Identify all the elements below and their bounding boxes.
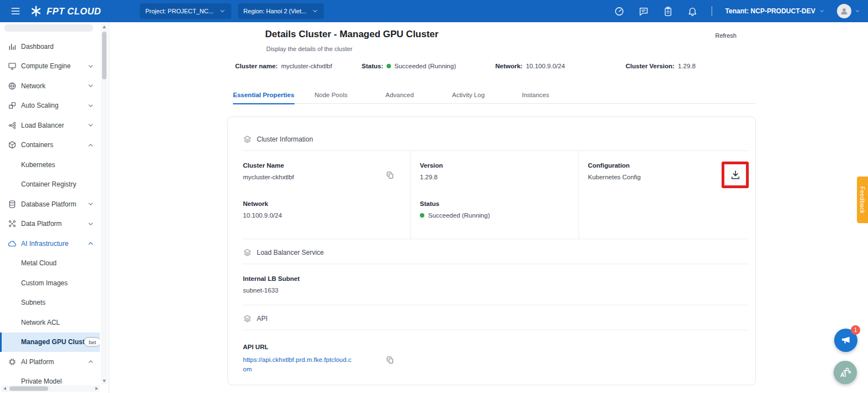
usage-gauge-button[interactable]: [611, 2, 628, 20]
scroll-right-button[interactable]: [93, 385, 100, 392]
chevron-down-icon: [87, 63, 94, 70]
fpt-logo-icon: [30, 5, 42, 17]
clipboard-icon: [663, 6, 673, 17]
sidebar-item-data-platform[interactable]: Data Platform: [0, 214, 100, 234]
sidebar-item-label: Data Platform: [21, 220, 62, 228]
app: { "colors": { "topbar_blue": "#1465BF", …: [0, 0, 868, 393]
sidebar-horizontal-scrollbar[interactable]: [1, 385, 100, 392]
support-chat-button[interactable]: [635, 2, 653, 20]
sidebar-item-kubernetes[interactable]: Kubernetes: [0, 155, 100, 175]
sidebar-item-label: Database Platform: [21, 200, 76, 208]
sidebar-item-label: Auto Scaling: [21, 102, 58, 109]
sidebar-item-subnets[interactable]: Subnets: [0, 293, 100, 313]
summary-status: Status: Succeeded (Running): [362, 63, 456, 69]
sidebar-item-label: Dashboard: [21, 43, 54, 51]
feedback-tab[interactable]: Feedback: [857, 177, 868, 223]
section-title: Cluster Information: [257, 135, 313, 143]
scroll-up-button[interactable]: [101, 23, 108, 30]
sidebar-item-label: Subnets: [21, 299, 45, 306]
sidebar-item-ai-infrastructure[interactable]: AI Infrastructure: [0, 234, 100, 254]
hamburger-icon: [10, 6, 21, 17]
section-cluster-information: Cluster Information: [243, 135, 748, 151]
details-card: Cluster Information Cluster Name myclust…: [227, 117, 756, 385]
copy-api-url-button[interactable]: [386, 356, 394, 366]
field-cluster-name: Cluster Name mycluster-ckhxtlbf: [243, 151, 411, 189]
sidebar-item-network-acl[interactable]: Network ACL: [0, 313, 100, 332]
field-value: 1.29.8: [420, 174, 570, 180]
region-selector[interactable]: Region: Hanoi 2 (Viet...: [238, 3, 324, 19]
tenant-selector[interactable]: Tenant: NCP-PRODUCT-DEV: [722, 7, 828, 16]
sidebar-partial-item: [4, 24, 93, 32]
sidebar-item-label: Network ACL: [21, 319, 60, 326]
chevron-down-icon: [87, 82, 94, 89]
sidebar-item-ai-platform[interactable]: AI Platform: [0, 352, 100, 372]
sidebar-item-load-balancer[interactable]: Load Balancer: [0, 115, 100, 135]
sidebar-item-compute-engine[interactable]: Compute Engine: [0, 57, 100, 77]
tab-essential-properties[interactable]: Essential Properties: [233, 86, 295, 104]
field-value: subnet-1633: [243, 287, 748, 294]
sidebar-item-metal-cloud[interactable]: Metal Cloud: [0, 254, 100, 274]
chevron-up-icon: [87, 142, 94, 149]
sidebar-vertical-scrollbar[interactable]: [101, 23, 108, 384]
notifications-button[interactable]: [684, 2, 702, 20]
sidebar-item-auto-scaling[interactable]: Auto Scaling: [0, 96, 100, 116]
chevron-down-icon: [219, 8, 226, 14]
horizontal-scrollbar-thumb[interactable]: [9, 386, 48, 391]
summary-label: Status:: [362, 63, 383, 69]
data-platform-icon: [8, 219, 17, 228]
field-value: Kubernetes Config: [588, 174, 739, 180]
summary-label: Network:: [495, 63, 522, 69]
scroll-left-button[interactable]: [1, 385, 8, 392]
chevron-down-icon: [855, 8, 860, 14]
sidebar-item-container-registry[interactable]: Container Registry: [0, 175, 100, 195]
main-content: Details Cluster - Managed GPU Cluster Di…: [109, 22, 868, 393]
project-selector[interactable]: Project: PROJECT_NC...: [140, 3, 231, 19]
sidebar-item-label: AI Platform: [21, 358, 54, 366]
compute-engine-icon: [8, 62, 17, 70]
section-title: Load Balancer Service: [257, 249, 324, 256]
vertical-scrollbar-thumb[interactable]: [102, 32, 106, 79]
sidebar-item-label: Compute Engine: [21, 62, 70, 70]
sidebar-item-managed-gpu-cluster[interactable]: Managed GPU Cluster bet: [0, 332, 100, 352]
tab-activity-log[interactable]: Activity Log: [452, 86, 485, 104]
menu-button[interactable]: [8, 3, 23, 19]
chevron-down-icon: [87, 102, 94, 109]
avatar-menu[interactable]: [837, 4, 860, 18]
gauge-icon: [614, 6, 625, 17]
tab-label: Instances: [522, 92, 549, 98]
brand-logo[interactable]: FPT CLOUD: [30, 5, 119, 17]
sidebar-item-dashboard[interactable]: Dashboard: [0, 37, 100, 57]
field-value: 10.100.9.0/24: [243, 212, 402, 219]
sidebar-item-label: Metal Cloud: [21, 259, 57, 267]
field-internal-lb-subnet: Internal LB Subnet subnet-1633: [243, 264, 748, 305]
status-dot: [387, 64, 391, 68]
sidebar-item-custom-images[interactable]: Custom Images: [0, 273, 100, 293]
summary-network: Network: 10.100.9.0/24: [495, 63, 565, 69]
field-label: Internal LB Subnet: [243, 275, 748, 282]
sidebar-item-database-platform[interactable]: Database Platform: [0, 194, 100, 214]
refresh-button[interactable]: Refresh: [712, 32, 740, 39]
ai-assistant-fab[interactable]: [834, 361, 857, 384]
sidebar-item-label: Managed GPU Cluster: [21, 338, 91, 346]
tasks-button[interactable]: [659, 2, 677, 20]
cluster-summary: Cluster name: mycluster-ckhxtlbf Status:…: [235, 63, 868, 73]
megaphone-icon: [840, 335, 851, 346]
status-dot: [420, 213, 424, 218]
sidebar-item-private-model[interactable]: Private Model: [0, 372, 100, 386]
tab-node-pools[interactable]: Node Pools: [314, 86, 347, 104]
containers-icon: [8, 140, 17, 149]
sidebar-nav: Dashboard Compute Engine Network Auto Sc…: [0, 22, 100, 385]
sidebar-item-containers[interactable]: Containers: [0, 135, 100, 155]
copy-cluster-name-button[interactable]: [386, 171, 394, 181]
tab-instances[interactable]: Instances: [522, 86, 549, 104]
summary-value: 1.29.8: [678, 63, 696, 69]
field-api-url: API URL https://api.ckhxtlbf.prd.m.fke.f…: [243, 330, 748, 386]
section-title: API: [257, 315, 267, 323]
field-value: Succeeded (Running): [428, 212, 490, 219]
notification-badge: 1: [851, 325, 860, 335]
scroll-down-button[interactable]: [101, 377, 108, 384]
sidebar-item-network[interactable]: Network: [0, 76, 100, 96]
tab-label: Advanced: [385, 92, 414, 98]
tab-advanced[interactable]: Advanced: [385, 86, 414, 104]
api-url-link[interactable]: https://api.ckhxtlbf.prd.m.fke.fptcloud.…: [243, 355, 353, 375]
